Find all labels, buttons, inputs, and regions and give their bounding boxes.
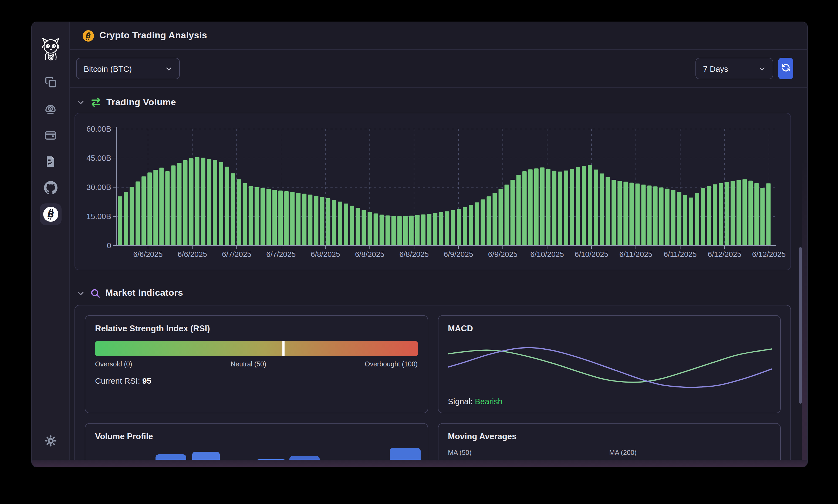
- rsi-current: Current RSI: 95: [95, 376, 418, 385]
- svg-text:6/10/2025: 6/10/2025: [575, 250, 609, 258]
- chevron-down-icon: [76, 98, 85, 107]
- market-indicators-panel: Relative Strength Index (RSI) Oversold (…: [74, 305, 791, 467]
- svg-text:6/8/2025: 6/8/2025: [355, 250, 384, 258]
- app-window: B: [31, 22, 808, 467]
- chevron-down-icon: [758, 65, 766, 73]
- gear-icon: [44, 434, 57, 447]
- svg-text:6/11/2025: 6/11/2025: [664, 250, 697, 258]
- window-bottom-edge: [32, 460, 807, 467]
- ma-200-label: MA (200): [609, 449, 771, 456]
- svg-text:6/9/2025: 6/9/2025: [488, 250, 518, 258]
- svg-text:15.00B: 15.00B: [86, 212, 111, 221]
- range-select[interactable]: 7 Days: [696, 58, 773, 79]
- moving-averages-title: Moving Averages: [448, 432, 770, 442]
- refresh-icon: [781, 63, 790, 74]
- coin-select-value: Bitcoin (BTC): [84, 64, 132, 73]
- ma-50-label: MA (50): [448, 449, 609, 456]
- mascot-cat-icon: [38, 36, 63, 63]
- section-header-trading-volume[interactable]: Trading Volume: [76, 96, 807, 108]
- github-icon: [43, 181, 57, 195]
- svg-text:6/12/2025: 6/12/2025: [752, 250, 786, 258]
- trading-volume-chart[interactable]: 6/6/20256/6/20256/7/20256/7/20256/8/2025…: [75, 113, 790, 270]
- svg-text:6/8/2025: 6/8/2025: [399, 250, 429, 258]
- sidebar: B: [32, 22, 70, 467]
- wallet-icon: [44, 128, 57, 142]
- sidebar-item-copy[interactable]: [43, 74, 58, 90]
- rsi-gauge: [95, 341, 418, 356]
- coin-select[interactable]: Bitcoin (BTC): [76, 58, 180, 79]
- svg-text:60.00B: 60.00B: [86, 125, 111, 133]
- chevron-down-icon: [76, 288, 85, 298]
- section-title: Trading Volume: [106, 97, 176, 108]
- rsi-scale-labels: Oversold (0) Neutral (50) Overbought (10…: [95, 360, 418, 368]
- window-right-edge: [802, 22, 807, 467]
- scroll-content: Trading Volume 6/6/20256/6/20256/7/20256…: [70, 87, 807, 467]
- page-title: Crypto Trading Analysis: [99, 30, 207, 41]
- rsi-title: Relative Strength Index (RSI): [95, 324, 418, 334]
- trading-volume-chart-panel: 6/6/20256/6/20256/7/20256/7/20256/8/2025…: [74, 113, 791, 270]
- report-document-icon: [44, 155, 57, 168]
- search-icon: [90, 288, 101, 298]
- rsi-current-label: Current RSI:: [95, 376, 140, 385]
- bitcoin-badge-icon: B: [83, 30, 94, 41]
- controls-row: Bitcoin (BTC) 7 Days: [70, 50, 807, 88]
- macd-title: MACD: [448, 324, 770, 334]
- range-select-value: 7 Days: [703, 64, 728, 73]
- macd-card: MACD Signal: Bearish: [438, 315, 781, 413]
- svg-text:6/10/2025: 6/10/2025: [530, 250, 564, 258]
- vertical-scrollbar-thumb[interactable]: [799, 247, 802, 403]
- chevron-down-icon: [165, 65, 173, 73]
- svg-text:6/11/2025: 6/11/2025: [619, 250, 652, 258]
- rsi-label-oversold: Oversold (0): [95, 360, 132, 368]
- svg-text:30.00B: 30.00B: [86, 183, 111, 192]
- main-area: B Crypto Trading Analysis Bitcoin (BTC): [70, 22, 807, 467]
- sidebar-item-report[interactable]: [43, 154, 58, 169]
- copy-icon: [44, 75, 57, 89]
- svg-text:6/7/2025: 6/7/2025: [222, 250, 251, 258]
- refresh-button[interactable]: [778, 58, 793, 79]
- rsi-card: Relative Strength Index (RSI) Oversold (…: [85, 315, 428, 413]
- rsi-label-neutral: Neutral (50): [230, 360, 266, 368]
- svg-text:6/7/2025: 6/7/2025: [266, 250, 296, 258]
- svg-text:0: 0: [107, 241, 111, 250]
- macd-signal-value: Bearish: [475, 397, 502, 406]
- svg-text:6/8/2025: 6/8/2025: [311, 250, 340, 258]
- rsi-label-overbought: Overbought (100): [365, 360, 418, 368]
- sidebar-item-github[interactable]: [43, 180, 58, 195]
- rsi-marker: [282, 341, 284, 356]
- svg-text:6/6/2025: 6/6/2025: [178, 250, 207, 258]
- macd-signal-label: Signal:: [448, 397, 473, 406]
- transfer-arrows-icon: [90, 96, 102, 108]
- sidebar-item-bitcoin-active[interactable]: B: [40, 203, 61, 225]
- desktop-background: B: [0, 0, 838, 504]
- sidebar-item-wallet[interactable]: [43, 127, 58, 142]
- webcam-icon: [44, 102, 57, 115]
- bitcoin-icon: B: [43, 207, 58, 222]
- svg-text:45.00B: 45.00B: [86, 154, 111, 162]
- svg-text:6/12/2025: 6/12/2025: [708, 250, 741, 258]
- rsi-current-value: 95: [142, 376, 151, 385]
- section-title: Market Indicators: [105, 288, 183, 299]
- sidebar-item-settings[interactable]: [43, 433, 58, 448]
- section-header-market-indicators[interactable]: Market Indicators: [76, 288, 807, 299]
- svg-text:6/6/2025: 6/6/2025: [133, 250, 163, 258]
- sidebar-item-webcam[interactable]: [43, 101, 58, 116]
- macd-signal: Signal: Bearish: [448, 397, 502, 406]
- titlebar: B Crypto Trading Analysis: [70, 22, 807, 50]
- macd-chart[interactable]: [448, 336, 772, 396]
- svg-text:6/9/2025: 6/9/2025: [444, 250, 473, 258]
